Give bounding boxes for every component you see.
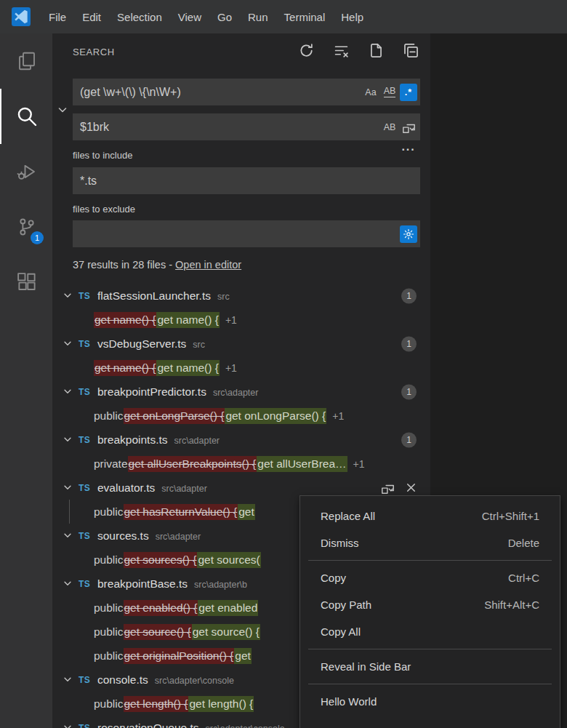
match-added-text: get onLongParse() { (225, 408, 326, 424)
menu-file[interactable]: File (41, 0, 74, 33)
toggle-replace-chevron-icon[interactable] (56, 103, 69, 116)
result-count-badge: 1 (401, 432, 417, 447)
menu-view[interactable]: View (170, 0, 209, 33)
menu-item-copy-path[interactable]: Copy Path Shift+Alt+C (300, 591, 560, 618)
result-count-badge: 1 (401, 384, 417, 399)
menu-item-reveal-in-side-bar[interactable]: Reveal in Side Bar (300, 653, 560, 680)
chevron-down-icon[interactable] (63, 530, 73, 541)
result-file-path: src (193, 338, 205, 350)
menu-separator (308, 649, 552, 649)
menu-item-shortcut: Ctrl+Shift+1 (482, 510, 539, 522)
result-file-path: src\adapter\console (206, 722, 285, 728)
match-removed-text: get name() { (94, 360, 156, 376)
search-input[interactable] (73, 86, 361, 99)
chevron-down-icon[interactable] (63, 722, 73, 728)
activity-explorer[interactable] (0, 33, 52, 89)
exclude-input-box (73, 220, 420, 247)
result-count-badge: 1 (401, 336, 417, 351)
collapse-all-icon[interactable] (403, 42, 419, 58)
match-more-count: +1 (332, 410, 344, 422)
result-file-row[interactable]: TS breakpoints.ts src\adapter 1 (52, 428, 430, 452)
regex-icon[interactable]: .* (400, 84, 417, 101)
match-removed-text: get hasReturnValue() { (124, 504, 238, 520)
menu-item-label: Reveal in Side Bar (321, 660, 411, 673)
result-file-name: breakpoints.ts (97, 433, 168, 447)
chevron-down-icon[interactable] (63, 578, 73, 589)
clear-results-icon[interactable] (333, 42, 349, 58)
menu-terminal[interactable]: Terminal (276, 0, 334, 33)
chevron-down-icon[interactable] (63, 434, 73, 445)
typescript-file-icon: TS (79, 339, 97, 349)
result-file-row[interactable]: TS breakpointPredictor.ts src\adapter 1 (52, 380, 430, 404)
result-file-name: breakpointPredictor.ts (97, 385, 206, 399)
refresh-icon[interactable] (298, 42, 314, 58)
result-file-name: evaluator.ts (97, 481, 155, 495)
result-match-row[interactable]: get name() {get name() {+1 (52, 308, 430, 332)
result-file-path: src\adapter (156, 530, 201, 542)
include-input-box (73, 167, 420, 194)
activity-search[interactable] (0, 89, 52, 144)
open-new-search-editor-icon[interactable] (368, 42, 384, 58)
result-match-row[interactable]: private get allUserBreakpoints() {get al… (52, 452, 430, 476)
match-context: public (94, 697, 124, 711)
typescript-file-icon: TS (79, 675, 97, 685)
menu-item-hello-world[interactable]: Hello World (300, 688, 560, 715)
menu-selection[interactable]: Selection (109, 0, 170, 33)
menu-item-replace-all[interactable]: Replace All Ctrl+Shift+1 (300, 503, 560, 529)
chevron-down-icon[interactable] (63, 386, 73, 397)
menu-item-copy-all[interactable]: Copy All (300, 618, 560, 645)
replace-all-icon[interactable] (400, 119, 417, 136)
match-removed-text: get length() { (124, 696, 189, 712)
menu-edit[interactable]: Edit (74, 0, 109, 33)
match-added-text: get length() { (188, 696, 254, 712)
activity-extensions[interactable] (0, 255, 52, 310)
panel-actions (298, 42, 419, 58)
files-exclude-input[interactable] (73, 228, 398, 241)
chevron-down-icon[interactable] (63, 338, 73, 349)
row-hover-actions (379, 480, 419, 496)
result-file-name: flatSessionLauncher.ts (97, 289, 211, 303)
panel-title: SEARCH (73, 47, 115, 57)
dismiss-icon[interactable] (403, 480, 419, 496)
files-icon (16, 50, 38, 72)
chevron-down-icon[interactable] (63, 482, 73, 493)
typescript-file-icon: TS (79, 291, 97, 301)
exclude-settings-icon[interactable] (400, 225, 417, 243)
match-removed-text: get source() { (124, 624, 192, 640)
whole-word-icon[interactable]: AB (381, 84, 398, 101)
files-include-input[interactable] (73, 175, 417, 188)
match-case-icon[interactable]: Aa (362, 84, 379, 101)
result-file-row[interactable]: TS flatSessionLauncher.ts src 1 (52, 284, 430, 308)
result-file-path: src\adapter (213, 386, 259, 398)
menu-go[interactable]: Go (209, 0, 240, 33)
activity-run-debug[interactable] (0, 144, 52, 199)
toggle-search-details-icon[interactable]: ··· (398, 143, 419, 157)
menu-help[interactable]: Help (333, 0, 371, 33)
match-context: public (94, 625, 124, 639)
result-match-row[interactable]: get name() {get name() {+1 (52, 356, 430, 380)
replace-input[interactable] (73, 121, 379, 134)
match-removed-text: get name() { (94, 312, 156, 328)
result-file-path: src\adapter\console (155, 674, 234, 686)
typescript-file-icon: TS (79, 723, 97, 728)
result-match-row[interactable]: public get onLongParse() {get onLongPars… (52, 404, 430, 428)
result-file-name: reservationQueue.ts (97, 721, 199, 728)
result-file-path: src\adapter (161, 482, 207, 494)
preserve-case-icon[interactable]: AB (381, 119, 398, 136)
result-file-name: console.ts (97, 673, 148, 687)
match-context: public (94, 553, 124, 567)
chevron-down-icon[interactable] (63, 290, 73, 301)
menu-item-dismiss[interactable]: Dismiss Delete (300, 529, 560, 556)
replace-all-icon[interactable] (379, 480, 395, 496)
activity-source-control[interactable]: 1 (0, 199, 52, 255)
open-in-editor-link[interactable]: Open in editor (175, 259, 241, 271)
match-removed-text: get enabled() { (124, 600, 198, 616)
chevron-down-icon[interactable] (63, 674, 73, 685)
result-file-row[interactable]: TS vsDebugServer.ts src 1 (52, 332, 430, 356)
menu-item-copy[interactable]: Copy Ctrl+C (300, 564, 560, 591)
result-file-path: src (217, 290, 230, 302)
context-menu: Replace All Ctrl+Shift+1 Dismiss Delete … (299, 495, 560, 728)
menu-run[interactable]: Run (240, 0, 276, 33)
typescript-file-icon: TS (79, 531, 97, 541)
match-removed-text: get allUserBreakpoints() { (128, 456, 257, 472)
